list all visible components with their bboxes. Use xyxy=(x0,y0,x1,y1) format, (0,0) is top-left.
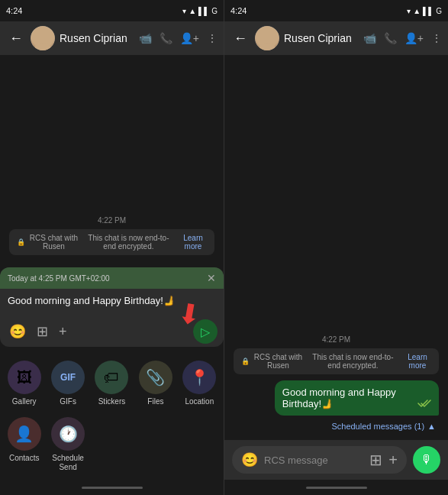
compose-container: Today at 4:25 PM GMT+02:00 ✕ Good mornin… xyxy=(0,267,224,347)
right-video-call-icon[interactable]: 📹 xyxy=(363,32,376,44)
left-nav-bar xyxy=(0,480,224,495)
right-system-msg-sub: This chat is now end-to-end encrypted. xyxy=(307,353,399,370)
attach-grid-button[interactable]: ⊞ xyxy=(34,320,51,343)
files-icon: 📎 xyxy=(146,368,165,387)
more-icon[interactable]: ⋮ xyxy=(207,32,218,44)
scheduled-arrow-icon: ▲ xyxy=(427,422,436,431)
right-battery-icon: ▌▌ xyxy=(423,7,433,15)
gallery-button[interactable]: 🖼 Gallery xyxy=(3,356,45,411)
right-network-icon: G xyxy=(436,7,442,15)
message-input-area[interactable]: 😊 RCS message ⊞ + xyxy=(232,446,407,474)
emoji-button[interactable]: 😊 xyxy=(6,320,29,343)
compose-message-text: Good morning and Happy Birthday!🫸 xyxy=(8,295,176,306)
schedule-label: Schedule Send xyxy=(52,454,84,472)
right-bottom-bar: 😊 RCS message ⊞ + 🎙 xyxy=(224,440,448,480)
gifs-icon: GIF xyxy=(60,372,76,383)
location-button[interactable]: 📍 Location xyxy=(179,356,221,411)
gifs-button[interactable]: GIF GIFs xyxy=(47,356,89,411)
right-nav-bar xyxy=(224,480,448,495)
location-icon-circle: 📍 xyxy=(182,361,216,394)
add-person-icon[interactable]: 👤+ xyxy=(180,32,199,44)
add-button[interactable]: + xyxy=(56,321,70,343)
right-time-label: 4:22 PM xyxy=(234,335,439,344)
stickers-icon: 🏷 xyxy=(104,369,119,387)
plus-button[interactable]: + xyxy=(388,451,398,469)
contacts-icon: 👤 xyxy=(15,425,34,443)
attachment-grid: 🖼 Gallery GIF GIFs 🏷 Stickers 📎 Files 📍 xyxy=(0,350,224,480)
left-contact-name[interactable]: Rusen Ciprian xyxy=(60,32,134,44)
right-header-icons: 📹 📞 👤+ ⋮ xyxy=(363,32,442,44)
left-panel: 4:24 ▾ ▲ ▌▌ G ← Rusen Ciprian 📹 📞 👤+ ⋮ 4… xyxy=(0,0,224,495)
right-lock-icon: 🔒 xyxy=(241,358,250,365)
mic-icon: 🎙 xyxy=(421,453,433,467)
attach-button[interactable]: ⊞ xyxy=(369,451,382,469)
location-label: Location xyxy=(185,397,214,406)
left-time: 4:24 xyxy=(6,6,22,15)
right-add-person-icon[interactable]: 👤+ xyxy=(404,32,424,44)
gifs-label: GIFs xyxy=(60,397,76,406)
stickers-button[interactable]: 🏷 Stickers xyxy=(91,356,133,411)
files-icon-circle: 📎 xyxy=(139,361,172,394)
right-more-icon[interactable]: ⋮ xyxy=(431,32,442,44)
emoji-input-icon[interactable]: 😊 xyxy=(241,451,258,468)
avatar-face xyxy=(31,26,55,50)
contacts-button[interactable]: 👤 Contacts xyxy=(3,412,45,477)
location-icon: 📍 xyxy=(190,368,209,387)
gifs-icon-circle: GIF xyxy=(51,361,85,394)
right-back-button[interactable]: ← xyxy=(230,28,250,50)
phone-icon[interactable]: 📞 xyxy=(160,32,172,44)
files-label: Files xyxy=(147,397,163,406)
bubble-status xyxy=(417,399,431,409)
gallery-icon-circle: 🖼 xyxy=(8,361,41,394)
gallery-icon: 🖼 xyxy=(17,369,32,387)
right-signal-icon: ▾ xyxy=(407,7,411,15)
outgoing-bubble: Good morning and Happy Birthday!🫸 xyxy=(275,380,439,416)
left-time-label: 4:22 PM xyxy=(9,216,214,225)
video-call-icon[interactable]: 📹 xyxy=(139,32,152,44)
contacts-label: Contacts xyxy=(9,454,39,463)
compose-hint-text: Today at 4:25 PM GMT+02:00 xyxy=(8,274,110,283)
right-chat-header: ← Rusen Ciprian 📹 📞 👤+ ⋮ xyxy=(224,21,448,55)
nav-pill-right xyxy=(306,487,367,489)
stickers-icon-circle: 🏷 xyxy=(95,361,128,394)
right-learn-more-link[interactable]: Learn more xyxy=(404,353,431,370)
send-button[interactable]: ▷ xyxy=(193,319,218,344)
right-wifi-icon: ▲ xyxy=(413,7,421,15)
right-status-icons: ▾ ▲ ▌▌ G xyxy=(407,7,442,15)
right-avatar-face xyxy=(255,26,279,50)
scheduled-messages-banner[interactable]: Scheduled messages (1) ▲ xyxy=(234,419,439,434)
message-placeholder[interactable]: RCS message xyxy=(264,455,363,466)
compose-text-area[interactable]: Good morning and Happy Birthday!🫸 xyxy=(0,289,224,316)
scheduled-label: Scheduled messages (1) xyxy=(331,422,424,431)
lock-icon: 🔒 xyxy=(17,238,25,246)
right-panel: 4:24 ▾ ▲ ▌▌ G ← Rusen Ciprian 📹 📞 👤+ ⋮ 4… xyxy=(224,0,448,495)
schedule-button[interactable]: 🕐 Schedule Send xyxy=(47,412,89,477)
right-contact-name[interactable]: Rusen Ciprian xyxy=(284,32,359,44)
wifi-icon: ▲ xyxy=(189,7,196,15)
left-chat-header: ← Rusen Ciprian 📹 📞 👤+ ⋮ xyxy=(0,21,224,55)
right-status-bar: 4:24 ▾ ▲ ▌▌ G xyxy=(224,0,448,21)
left-back-button[interactable]: ← xyxy=(6,28,26,50)
mic-button[interactable]: 🎙 xyxy=(413,446,440,474)
outgoing-messages: Good morning and Happy Birthday!🫸 xyxy=(234,380,439,419)
right-avatar[interactable] xyxy=(255,26,279,50)
files-button[interactable]: 📎 Files xyxy=(134,356,176,411)
right-phone-icon[interactable]: 📞 xyxy=(384,32,397,44)
left-system-message: 🔒 RCS chat with Rusen This chat is now e… xyxy=(9,229,214,255)
nav-pill-left xyxy=(82,487,143,489)
right-time: 4:24 xyxy=(230,6,247,15)
left-avatar[interactable] xyxy=(31,26,55,50)
schedule-icon: 🕐 xyxy=(59,425,78,443)
compose-hint-close[interactable]: ✕ xyxy=(207,272,216,284)
learn-more-link[interactable]: Learn more xyxy=(179,234,207,251)
right-chat-area: 4:22 PM 🔒 RCS chat with Rusen This chat … xyxy=(224,55,448,440)
bubble-text: Good morning and Happy Birthday!🫸 xyxy=(282,387,414,409)
left-chat-area: 4:22 PM 🔒 RCS chat with Rusen This chat … xyxy=(0,55,224,267)
left-status-bar: 4:24 ▾ ▲ ▌▌ G xyxy=(0,0,224,21)
compose-toolbar: 😊 ⊞ + ▷ xyxy=(0,316,224,347)
compose-hint-bar: Today at 4:25 PM GMT+02:00 ✕ xyxy=(0,267,224,289)
right-system-message: 🔒 RCS chat with Rusen This chat is now e… xyxy=(234,348,439,374)
stickers-label: Stickers xyxy=(98,397,126,406)
system-msg-sub: This chat is now end-to-end encrypted. xyxy=(82,234,175,251)
battery-icon: ▌▌ xyxy=(198,7,209,15)
